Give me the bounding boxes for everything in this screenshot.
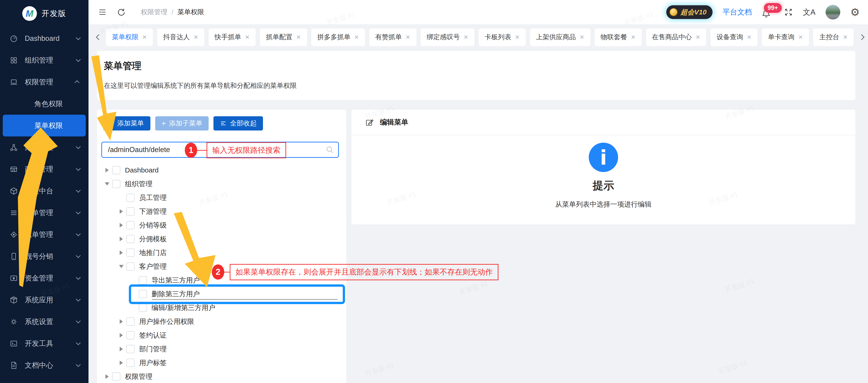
tab-douyin[interactable]: 抖音达人✕ <box>157 28 204 46</box>
checkbox[interactable] <box>126 235 134 243</box>
caret-right-icon[interactable] <box>120 319 123 324</box>
tree-row[interactable]: Dashboard <box>97 163 346 177</box>
caret-right-icon[interactable] <box>120 223 123 228</box>
sidebar-item-channel[interactable]: 渠道管理 <box>0 137 89 158</box>
tab-kuaishou[interactable]: 快手抓单✕ <box>209 28 256 46</box>
tab-menu-permission[interactable]: 菜单权限✕ <box>106 28 153 46</box>
checkbox[interactable] <box>139 304 147 312</box>
close-icon[interactable]: ✕ <box>354 34 359 40</box>
notification-bell[interactable]: 99+ <box>762 5 774 20</box>
tree-row-highlighted[interactable]: 删除第三方用户 <box>97 287 346 301</box>
sidebar-item-devtool[interactable]: 开发工具 <box>0 332 89 354</box>
platform-docs-link[interactable]: 平台文档 <box>723 7 752 17</box>
tab-pdd[interactable]: 拼多多抓单✕ <box>311 28 365 46</box>
avatar[interactable] <box>826 5 840 20</box>
sidebar-item-docs[interactable]: 文档中心 <box>0 354 89 376</box>
tree-row[interactable]: 签约认证 <box>97 328 346 342</box>
logo[interactable]: M 开发版 <box>0 0 89 27</box>
checkbox[interactable] <box>139 290 147 298</box>
sidebar-item-grab[interactable]: 抓单管理 <box>0 224 89 245</box>
tab-console[interactable]: 主控台✕ <box>813 28 854 46</box>
checkbox[interactable] <box>112 373 120 381</box>
vip-badge[interactable]: 超会V10 <box>666 5 712 19</box>
checkbox[interactable] <box>112 180 120 188</box>
tabs-scroll-right-icon[interactable] <box>859 34 865 40</box>
sidebar-item-dashboard[interactable]: Dashboard <box>0 28 89 49</box>
close-icon[interactable]: ✕ <box>406 34 410 40</box>
breadcrumb-parent[interactable]: 权限管理 <box>141 7 167 17</box>
sidebar-item-syssetting[interactable]: 系统设置 <box>0 311 89 332</box>
tab-onsale[interactable]: 在售商品中心✕ <box>646 28 706 46</box>
tree-row[interactable]: 权限管理 <box>97 370 346 383</box>
tree-row[interactable]: 用户标签 <box>97 356 346 370</box>
tree-row[interactable]: 分销等级 <box>97 218 346 232</box>
caret-down-icon[interactable] <box>105 182 110 185</box>
refresh-icon[interactable] <box>117 8 126 17</box>
add-submenu-button[interactable]: +添加子菜单 <box>155 116 209 130</box>
sidebar-item-sysapp[interactable]: 系统应用 <box>0 289 89 311</box>
collapse-all-button[interactable]: 全部收起 <box>213 116 263 130</box>
sidebar-item-iot[interactable]: 物联中台 <box>0 180 89 202</box>
close-icon[interactable]: ✕ <box>464 34 468 40</box>
close-icon[interactable]: ✕ <box>193 34 198 40</box>
close-icon[interactable]: ✕ <box>843 34 847 40</box>
checkbox[interactable] <box>126 359 134 367</box>
sidebar-item-org[interactable]: 组织管理 <box>0 49 89 71</box>
close-icon[interactable]: ✕ <box>580 34 584 40</box>
tree-row[interactable]: 下游管理 <box>97 205 346 218</box>
checkbox[interactable] <box>126 248 134 257</box>
fullscreen-icon[interactable] <box>784 8 793 17</box>
sidebar-item-order[interactable]: 订单管理 <box>0 202 89 224</box>
settings-gear-icon[interactable]: ⚙ <box>850 7 860 18</box>
checkbox[interactable] <box>126 345 134 353</box>
tab-supply[interactable]: 上架供应商品✕ <box>530 28 590 46</box>
sidebar-item-permission[interactable]: 权限管理 <box>0 71 89 93</box>
close-icon[interactable]: ✕ <box>747 34 751 40</box>
tab-device-query[interactable]: 设备查询✕ <box>711 28 757 46</box>
search-icon[interactable] <box>326 145 334 154</box>
caret-right-icon[interactable] <box>120 237 123 241</box>
menu-fold-icon[interactable] <box>98 8 107 17</box>
sidebar-item-menu-permission[interactable]: 菜单权限 <box>3 115 86 137</box>
tree-row[interactable]: 地推门店 <box>97 246 346 260</box>
caret-right-icon[interactable] <box>105 374 109 379</box>
sidebar-item-number[interactable]: 靓号分销 <box>0 245 89 267</box>
checkbox[interactable] <box>126 317 134 326</box>
caret-right-icon[interactable] <box>120 333 123 337</box>
close-icon[interactable]: ✕ <box>142 34 147 40</box>
checkbox[interactable] <box>126 207 134 215</box>
tab-bind[interactable]: 绑定感叹号✕ <box>421 28 474 46</box>
tree-row[interactable]: 编辑/新增第三方用户 <box>97 301 346 315</box>
close-icon[interactable]: ✕ <box>296 34 301 40</box>
tree-row[interactable]: 部门管理 <box>97 342 346 356</box>
tree-row[interactable]: 组织管理 <box>97 177 346 191</box>
close-icon[interactable]: ✕ <box>245 34 250 40</box>
language-icon[interactable]: 文A <box>803 7 815 18</box>
close-icon[interactable]: ✕ <box>631 34 636 40</box>
tab-iot-plan[interactable]: 物联套餐✕ <box>595 28 642 46</box>
caret-right-icon[interactable] <box>120 209 123 214</box>
close-icon[interactable]: ✕ <box>798 34 803 40</box>
caret-right-icon[interactable] <box>105 168 109 173</box>
sidebar-item-fund[interactable]: 资金管理 <box>0 267 89 289</box>
checkbox[interactable] <box>112 166 120 174</box>
sidebar-item-role-permission[interactable]: 角色权限 <box>0 93 89 115</box>
tab-youzan[interactable]: 有赞抓单✕ <box>369 28 416 46</box>
tree-row[interactable]: 用户操作公用权限 <box>97 315 346 328</box>
checkbox[interactable] <box>126 262 134 271</box>
sidebar-item-product[interactable]: 商品管理 <box>0 158 89 180</box>
tab-grab-config[interactable]: 抓单配置✕ <box>260 28 307 46</box>
checkbox[interactable] <box>126 194 134 202</box>
caret-right-icon[interactable] <box>120 347 123 351</box>
tree-row[interactable]: 员工管理 <box>97 191 346 205</box>
checkbox[interactable] <box>126 221 134 229</box>
tab-card-query[interactable]: 单卡查询✕ <box>762 28 809 46</box>
checkbox[interactable] <box>139 276 147 284</box>
checkbox[interactable] <box>126 331 134 340</box>
tabs-scroll-left-icon[interactable] <box>96 34 101 40</box>
caret-down-icon[interactable] <box>119 265 124 268</box>
tree-row[interactable]: 分佣模板 <box>97 232 346 246</box>
tab-card-board[interactable]: 卡板列表✕ <box>479 28 526 46</box>
add-menu-button[interactable]: +添加菜单 <box>103 116 150 130</box>
close-icon[interactable]: ✕ <box>695 34 701 40</box>
